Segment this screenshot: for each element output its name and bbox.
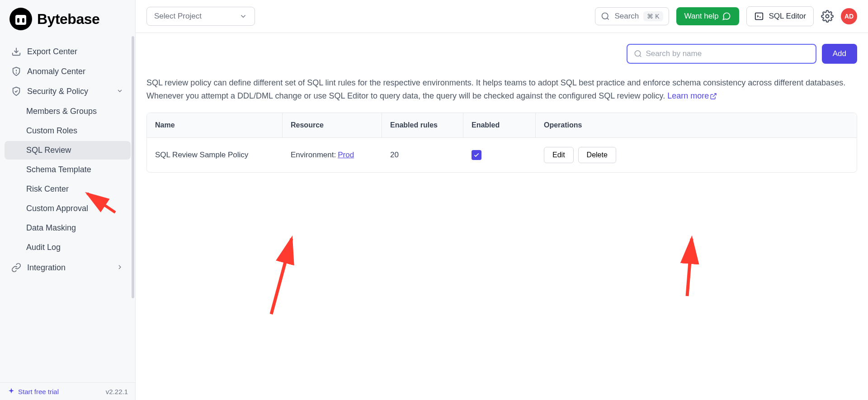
settings-button[interactable]	[821, 10, 834, 23]
link-icon	[11, 262, 22, 273]
alert-shield-icon	[11, 66, 22, 77]
table-header: Name Resource Enabled rules Enabled Oper…	[147, 113, 857, 137]
shield-check-icon	[11, 86, 22, 97]
policy-table: Name Resource Enabled rules Enabled Oper…	[146, 113, 857, 173]
col-operations: Operations	[536, 113, 857, 137]
search-icon	[601, 12, 610, 21]
sidebar-item-security-policy[interactable]: Security & Policy	[5, 81, 131, 101]
svg-line-14	[713, 94, 716, 97]
add-button[interactable]: Add	[822, 44, 857, 64]
name-search-input-wrapper[interactable]	[627, 44, 816, 64]
chevron-right-icon	[116, 264, 124, 272]
sidebar-nav: Export Center Anomaly Center Security & …	[0, 38, 135, 382]
col-name: Name	[147, 113, 283, 137]
name-search-input[interactable]	[646, 49, 809, 58]
topbar: Select Project Search ⌘ K Want help SQL …	[136, 0, 868, 33]
terminal-icon	[754, 11, 764, 21]
sidebar-item-members-groups[interactable]: Members & Groups	[5, 102, 131, 121]
check-icon	[473, 152, 480, 158]
col-enabled-rules: Enabled rules	[382, 113, 463, 137]
svg-rect-2	[17, 18, 19, 23]
svg-rect-9	[755, 13, 763, 20]
table-row: SQL Review Sample Policy Environment: Pr…	[147, 137, 857, 172]
svg-point-12	[635, 51, 640, 56]
chevron-down-icon	[239, 12, 247, 20]
svg-point-7	[602, 13, 608, 19]
sidebar-item-anomaly-center[interactable]: Anomaly Center	[5, 61, 131, 81]
page-description: SQL review policy can define different s…	[146, 76, 857, 103]
sql-editor-button[interactable]: SQL Editor	[746, 6, 814, 26]
sidebar-label: Anomaly Center	[27, 67, 85, 76]
svg-line-13	[640, 56, 641, 57]
edit-button[interactable]: Edit	[544, 147, 574, 163]
cell-name: SQL Review Sample Policy	[147, 138, 283, 172]
search-icon	[634, 49, 642, 58]
sidebar-label: Security & Policy	[27, 87, 88, 96]
sidebar-item-audit-log[interactable]: Audit Log	[5, 238, 131, 257]
chevron-down-icon	[116, 87, 124, 95]
sidebar: Bytebase Export Center Anomaly Center Se…	[0, 0, 136, 400]
sparkle-icon	[7, 387, 15, 395]
bytebase-logo-icon	[9, 7, 33, 31]
sidebar-footer: Start free trial v2.22.1	[0, 382, 135, 400]
project-selector[interactable]: Select Project	[146, 7, 255, 26]
learn-more-link[interactable]: Learn more	[667, 91, 717, 100]
sidebar-item-sql-review[interactable]: SQL Review	[5, 141, 131, 160]
cell-operations: Edit Delete	[536, 138, 857, 172]
svg-rect-3	[22, 18, 24, 23]
svg-point-11	[826, 15, 829, 18]
cell-enabled	[463, 138, 536, 172]
sidebar-label: Integration	[27, 263, 66, 273]
enabled-checkbox[interactable]	[472, 150, 481, 160]
main-content: Select Project Search ⌘ K Want help SQL …	[136, 0, 868, 400]
sidebar-item-risk-center[interactable]: Risk Center	[5, 180, 131, 198]
chat-icon	[722, 12, 731, 21]
environment-link[interactable]: Prod	[338, 151, 354, 160]
cell-resource: Environment: Prod	[283, 138, 382, 172]
want-help-button[interactable]: Want help	[676, 7, 740, 25]
external-link-icon	[710, 93, 717, 100]
brand-name: Bytebase	[37, 11, 99, 28]
download-icon	[11, 46, 22, 57]
sidebar-item-custom-approval[interactable]: Custom Approval	[5, 199, 131, 218]
version-label: v2.22.1	[106, 388, 128, 395]
start-trial-link[interactable]: Start free trial	[7, 387, 59, 395]
svg-point-6	[16, 73, 17, 73]
sidebar-item-schema-template[interactable]: Schema Template	[5, 160, 131, 179]
cell-enabled-rules: 20	[382, 138, 463, 172]
sidebar-item-integration[interactable]: Integration	[5, 258, 131, 278]
sidebar-item-data-masking[interactable]: Data Masking	[5, 219, 131, 237]
sidebar-item-custom-roles[interactable]: Custom Roles	[5, 122, 131, 140]
col-enabled: Enabled	[463, 113, 536, 137]
user-avatar[interactable]: AD	[841, 8, 857, 24]
svg-line-8	[607, 18, 609, 20]
sidebar-label: Export Center	[27, 47, 77, 56]
global-search[interactable]: Search ⌘ K	[595, 7, 669, 25]
sidebar-item-export-center[interactable]: Export Center	[5, 42, 131, 61]
keyboard-shortcut: ⌘ K	[643, 11, 663, 21]
col-resource: Resource	[283, 113, 382, 137]
delete-button[interactable]: Delete	[578, 147, 616, 163]
svg-rect-1	[15, 15, 26, 25]
brand-logo[interactable]: Bytebase	[0, 0, 135, 38]
